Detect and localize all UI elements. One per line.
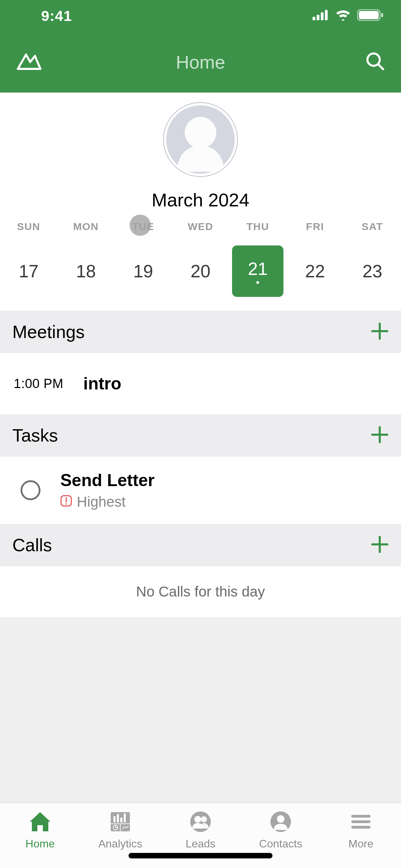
week-days-row: 17 18 19 20 21 22 23 [0,234,401,311]
touch-overlay-icon [130,215,151,236]
weekday-head: SUN [0,218,57,234]
avatar-placeholder-icon [166,105,235,174]
meeting-time: 1:00 PM [14,376,63,391]
plus-icon [371,322,389,340]
plus-icon [371,426,389,444]
section-title: Calls [12,535,52,555]
tab-label: More [349,837,374,850]
weekday-header-row: SUN MON TUE WED THU FRI SAT [0,218,401,234]
tab-label: Analytics [98,837,142,850]
app-header: Home [0,32,401,93]
status-time: 9:41 [41,8,72,24]
svg-rect-3 [325,10,328,20]
add-meeting-button[interactable] [371,322,389,341]
analytics-icon [108,811,133,833]
svg-point-29 [201,816,207,822]
tab-label: Home [25,837,54,850]
svg-rect-21 [117,814,119,822]
svg-rect-2 [321,12,324,20]
calls-empty-state: No Calls for this day [0,566,401,617]
menu-icon [349,811,373,833]
svg-point-27 [190,811,211,832]
avatar[interactable] [163,102,238,177]
tab-label: Contacts [259,837,302,850]
month-label[interactable]: March 2024 [151,189,249,210]
calendar-day[interactable]: 20 [172,234,229,311]
svg-rect-20 [113,816,116,822]
add-task-button[interactable] [371,426,389,445]
svg-point-31 [277,815,284,823]
weekday-head: TUE [114,218,172,234]
svg-line-8 [378,64,383,69]
spacer [0,617,401,803]
tab-more[interactable]: More [321,811,401,850]
priority-alert-icon [60,494,72,510]
weekday-head: FRI [287,218,344,234]
task-item[interactable]: Send Letter Highest [0,457,401,524]
search-icon [365,51,385,71]
tasks-section-header: Tasks [0,414,401,457]
weekday-head: WED [172,218,229,234]
status-icons [313,9,384,22]
svg-point-9 [185,117,216,148]
page-title: Home [0,51,401,73]
task-title: Send Letter [60,470,155,490]
weekday-head: MON [57,218,114,234]
task-priority: Highest [60,494,155,510]
meeting-title: intro [83,374,121,394]
calls-section-header: Calls [0,524,401,566]
svg-point-28 [194,816,201,823]
svg-rect-1 [317,15,319,20]
tab-label: Leads [185,837,215,850]
section-title: Tasks [12,425,58,446]
task-content: Send Letter Highest [60,470,155,510]
tab-leads[interactable]: Leads [160,811,241,850]
home-icon [28,811,52,833]
meetings-section-header: Meetings [0,311,401,353]
calendar-day[interactable]: 18 [57,234,114,311]
calendar-day-selected[interactable]: 21 [229,234,287,311]
people-icon [188,811,213,833]
meeting-item[interactable]: 1:00 PM intro [0,353,401,414]
svg-rect-22 [120,818,122,822]
task-checkbox[interactable] [21,480,40,500]
wifi-icon [335,10,351,22]
calendar-day[interactable]: 23 [344,234,401,311]
cellular-icon [313,10,329,22]
zia-logo-icon[interactable] [16,52,42,72]
calendar-day[interactable]: 19 [114,234,172,311]
weekday-head: THU [229,218,287,234]
svg-point-16 [65,503,67,505]
tab-contacts[interactable]: Contacts [241,811,321,850]
calendar-day[interactable]: 22 [287,234,344,311]
profile-section: March 2024 SUN MON TUE WED THU FRI SAT 1… [0,93,401,311]
section-title: Meetings [12,322,85,342]
battery-icon [357,9,384,22]
status-bar: 9:41 [0,0,401,32]
svg-rect-6 [381,13,383,17]
task-priority-label: Highest [77,494,125,510]
add-call-button[interactable] [371,535,389,555]
calendar-day[interactable]: 17 [0,234,57,311]
svg-rect-0 [313,17,315,20]
tab-home[interactable]: Home [0,811,80,850]
person-icon [268,811,293,833]
svg-rect-5 [359,11,379,19]
weekday-head: SAT [344,218,401,234]
tab-analytics[interactable]: Analytics [80,811,160,850]
search-button[interactable] [365,51,385,73]
event-dot-icon [256,281,259,284]
plus-icon [371,535,389,553]
home-indicator[interactable] [129,853,272,858]
svg-rect-23 [124,813,126,822]
